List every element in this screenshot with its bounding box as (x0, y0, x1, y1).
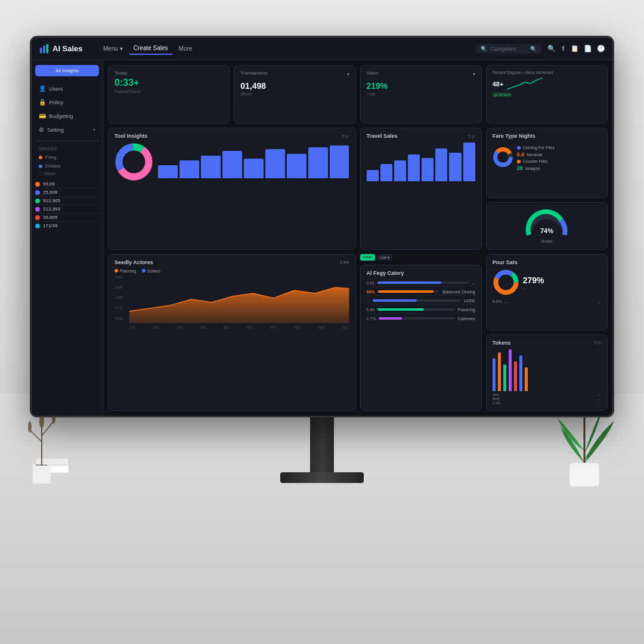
today-stat-card: Today 0:33+ Packed/Times (108, 65, 230, 123)
tokens-value: ... (598, 401, 601, 405)
bar-group (519, 355, 522, 391)
gauge-chart: 74% (523, 208, 571, 238)
al-fegy-card: Al Fegy Catery 3.81 ... (360, 265, 482, 411)
travel-sales-header: Travel Sales 5 yr (367, 133, 475, 139)
nav-more[interactable]: More (174, 43, 197, 54)
sidebar-sub-fong[interactable]: Fong (35, 153, 99, 162)
list-item: 212,393 (35, 205, 99, 213)
svg-rect-25 (569, 463, 599, 487)
tokens-legend: S6G ... 90% ... 1.1% ... (493, 393, 601, 405)
all-insights-button[interactable]: All Insights (35, 65, 99, 76)
bar-group (514, 361, 517, 391)
fare-type-card: Fare Type Nights (486, 128, 608, 197)
nav-menu[interactable]: Menu ▾ (98, 43, 128, 54)
today-sub: Packed/Times (114, 89, 223, 94)
transactions-label: Transactions (240, 70, 268, 76)
sidebar: All Insights 👤 Users 🔒 Policy 💳 Budgetin… (32, 60, 103, 416)
search-bar[interactable]: 🔍 Categories 🔍 (476, 44, 541, 54)
email-badge[interactable]: Email (360, 254, 375, 261)
transactions-value: 01,498 (240, 81, 349, 91)
bar (525, 367, 528, 391)
sidebar-item-budgeting[interactable]: 💳 Budgeting (35, 110, 99, 122)
seedly-header: Seedly Actores 2 mo (114, 259, 349, 265)
revenue-number: 48+ (493, 80, 504, 88)
al-fegy-header: Al Fegy Catery (367, 270, 475, 276)
svg-rect-2 (47, 44, 49, 52)
fare-type-title: Fare Type Nights (493, 133, 535, 139)
gauge-sub: Noted (541, 239, 553, 243)
revenue-stat-card: Recent Dispute • Value Achieved 48+ (486, 65, 608, 123)
al-fegy-row: 99% Balanced Closing (367, 289, 475, 296)
tokens-header: Tokens 5 hr (493, 340, 601, 346)
row-label: 0.7% (367, 317, 376, 321)
search-topbar-icon[interactable]: 🔍 (547, 45, 556, 52)
topbar: AI Sales Menu ▾ Create Sales More 🔍 Cate… (32, 38, 612, 60)
pour-sats-content: 279% ... (493, 269, 601, 296)
today-value: 0:33+ (114, 78, 223, 88)
svg-rect-15 (33, 466, 51, 484)
orange-dot (39, 156, 42, 159)
clock-icon[interactable]: 🕐 (597, 45, 605, 52)
orange-dot (114, 269, 118, 273)
blue-dot (517, 146, 521, 150)
dollars-label: Dollars (147, 269, 160, 273)
seedly-sub: 2 mo (340, 260, 349, 264)
bar (380, 164, 392, 181)
clipboard-icon[interactable]: 📋 (571, 45, 579, 52)
document-icon[interactable]: 📄 (584, 45, 592, 52)
svg-rect-1 (43, 45, 45, 53)
sidebar-item-setting[interactable]: ⚙ Setting ▾ (35, 123, 99, 136)
dropdown-icon[interactable]: ▾ (473, 72, 475, 77)
call-badge[interactable]: Call ▾ (377, 254, 392, 261)
bottom-middle: Email Call ▾ Al Fegy Catery 3.81 (360, 254, 482, 411)
travel-sales-bars (367, 143, 475, 181)
row-label: 5.86 (367, 308, 375, 312)
bar (449, 153, 461, 182)
legend-item: Counter Files (517, 159, 555, 163)
row-bar-fill (377, 308, 424, 311)
today-label: Today (114, 70, 223, 76)
bar (287, 154, 306, 178)
blue-dot (39, 165, 42, 168)
bar-group (503, 364, 506, 391)
bar (222, 151, 242, 179)
pour-sats-row: 9.0% ... ... (493, 298, 601, 305)
seedly-legend: Planning Dollars (114, 269, 349, 273)
nav-create-sales[interactable]: Create Sales (129, 42, 173, 55)
ps-value: ... (597, 299, 601, 304)
legend-dollars: Dollars (142, 269, 160, 273)
item-dot (35, 182, 40, 187)
travel-sales-card: Travel Sales 5 yr (360, 128, 482, 249)
sidebar-item-users[interactable]: 👤 Users (35, 82, 99, 95)
sidebar-sub-dollars[interactable]: Dollars (35, 162, 99, 171)
revenue-header: Recent Dispute • Value Achieved (493, 70, 601, 75)
bar (201, 156, 221, 179)
svg-line-17 (30, 430, 42, 442)
list-item: 39,865 (35, 213, 99, 222)
fare-type-header: Fare Type Nights (493, 133, 601, 139)
y-axis: 2410 2490 1280 1010 2000 (114, 275, 122, 320)
bar (503, 364, 506, 391)
sidebar-item-policy[interactable]: 🔒 Policy (35, 96, 99, 109)
tool-insights-title: Tool Insights (114, 133, 147, 139)
row-bar-bg (377, 308, 454, 311)
bar (422, 158, 434, 181)
gauge-card: 74% Noted (486, 202, 608, 250)
bar (493, 358, 496, 391)
row-value: 14300 (463, 299, 475, 303)
x-axis: 100 30/1 201 200 201 001 4/01 10/1 20/1 … (129, 326, 349, 329)
dashboard: Today 0:33+ Packed/Times Transactions ▾ … (103, 60, 612, 416)
sidebar-section-label: Singles (35, 145, 99, 153)
travel-sales-title: Travel Sales (367, 133, 398, 139)
al-fegy-controls: Email Call ▾ (360, 254, 482, 261)
legend-item: 5.0 Nominal (517, 151, 555, 157)
sidebar-list: 99,09 25,609 912,365 212,393 (35, 180, 99, 230)
value-badge: 5.0 (517, 151, 525, 157)
row-bar-bg (378, 290, 440, 293)
share-icon[interactable]: ⬆ (561, 45, 566, 52)
bar (244, 159, 264, 178)
row-value: ... (472, 281, 475, 285)
row-label: 3.81 (367, 281, 375, 285)
logo-area: AI Sales (39, 44, 92, 54)
dropdown-icon[interactable]: ▾ (347, 72, 349, 77)
